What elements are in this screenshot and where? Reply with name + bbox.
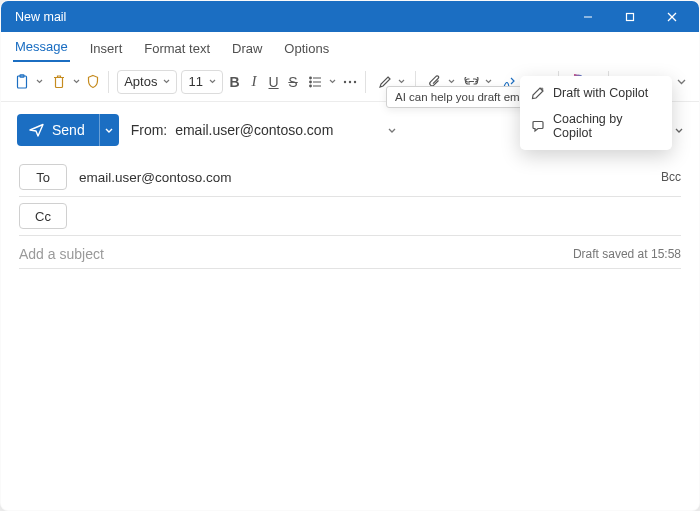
chevron-down-icon (34, 69, 44, 95)
from-field[interactable]: From: email.user@contoso.com (131, 122, 334, 138)
menu-item-label: Coaching by Copilot (553, 112, 661, 140)
subject-row: Draft saved at 15:58 (19, 236, 681, 269)
underline-button[interactable]: U (266, 69, 281, 95)
ribbon-tabs: Message Insert Format text Draw Options (1, 32, 699, 62)
coaching-icon (531, 119, 545, 133)
svg-point-11 (309, 85, 311, 87)
svg-point-14 (353, 80, 355, 82)
title-bar: New mail (1, 1, 699, 32)
tab-format-text[interactable]: Format text (142, 35, 212, 62)
font-family-value: Aptos (124, 74, 157, 89)
ellipsis-icon (343, 80, 357, 84)
font-size-selector[interactable]: 11 (181, 70, 222, 94)
draft-status: Draft saved at 15:58 (573, 247, 681, 261)
tab-message[interactable]: Message (13, 33, 70, 62)
from-prefix: From: (131, 122, 168, 138)
archive-button[interactable] (85, 69, 100, 95)
to-row: To Bcc (19, 158, 681, 197)
shield-icon (86, 74, 100, 89)
chevron-down-icon (71, 69, 81, 95)
list-button[interactable] (305, 69, 338, 95)
chevron-down-icon (388, 128, 396, 133)
bold-button[interactable]: B (227, 69, 242, 95)
menu-item-label: Draft with Copilot (553, 86, 648, 100)
copilot-menu: Draft with Copilot Coaching by Copilot (520, 76, 672, 150)
font-family-selector[interactable]: Aptos (117, 70, 177, 94)
svg-point-12 (343, 80, 345, 82)
window-title: New mail (15, 10, 567, 24)
strikethrough-button[interactable]: S (285, 69, 300, 95)
list-icon (305, 69, 327, 95)
trash-icon (48, 69, 70, 95)
from-address: email.user@contoso.com (175, 122, 333, 138)
chevron-down-icon (677, 79, 686, 85)
from-dropdown[interactable] (383, 128, 401, 133)
tab-insert[interactable]: Insert (88, 35, 125, 62)
tab-options[interactable]: Options (282, 35, 331, 62)
maximize-button[interactable] (609, 1, 651, 32)
minimize-icon (583, 12, 593, 22)
to-label: To (36, 170, 50, 185)
message-body-editor[interactable] (1, 269, 699, 510)
send-button[interactable]: Send (17, 114, 99, 146)
clipboard-icon (11, 69, 33, 95)
svg-rect-4 (18, 76, 27, 88)
maximize-icon (625, 12, 635, 22)
bcc-button[interactable]: Bcc (661, 170, 681, 184)
compose-fields: To Bcc Cc Draft saved at 15:58 (1, 152, 699, 269)
chevron-down-icon (209, 79, 216, 84)
close-button[interactable] (651, 1, 693, 32)
chevron-down-icon (328, 69, 338, 95)
minimize-button[interactable] (567, 1, 609, 32)
paste-button[interactable] (11, 69, 44, 95)
close-icon (667, 12, 677, 22)
svg-rect-1 (627, 13, 634, 20)
tab-draw[interactable]: Draw (230, 35, 264, 62)
more-formatting-button[interactable] (342, 69, 357, 95)
menu-coaching-by-copilot[interactable]: Coaching by Copilot (520, 106, 672, 146)
to-input[interactable] (79, 168, 661, 187)
pencil-spark-icon (531, 86, 545, 100)
bcc-label: Bcc (661, 170, 681, 184)
chevron-down-icon (105, 128, 113, 133)
cc-label: Cc (35, 209, 51, 224)
send-label: Send (52, 122, 85, 138)
svg-point-9 (309, 77, 311, 79)
ribbon-collapse-button[interactable] (675, 63, 689, 101)
send-dropdown[interactable] (99, 114, 119, 146)
subject-input[interactable] (19, 246, 573, 262)
send-icon (29, 123, 44, 137)
tooltip-text: AI can help you draft emails (395, 91, 537, 103)
italic-button[interactable]: I (246, 69, 261, 95)
to-button[interactable]: To (19, 164, 67, 190)
separator (108, 71, 109, 93)
send-button-group: Send (17, 114, 119, 146)
cc-input[interactable] (79, 207, 681, 226)
chevron-down-icon (163, 79, 170, 84)
cc-row: Cc (19, 197, 681, 236)
svg-point-10 (309, 81, 311, 83)
separator (365, 71, 366, 93)
menu-draft-with-copilot[interactable]: Draft with Copilot (520, 80, 672, 106)
app-window: New mail Message Insert Format text Draw… (0, 0, 700, 511)
svg-point-13 (348, 80, 350, 82)
font-size-value: 11 (188, 74, 202, 89)
delete-button[interactable] (48, 69, 81, 95)
chevron-down-icon (675, 128, 683, 133)
cc-button[interactable]: Cc (19, 203, 67, 229)
